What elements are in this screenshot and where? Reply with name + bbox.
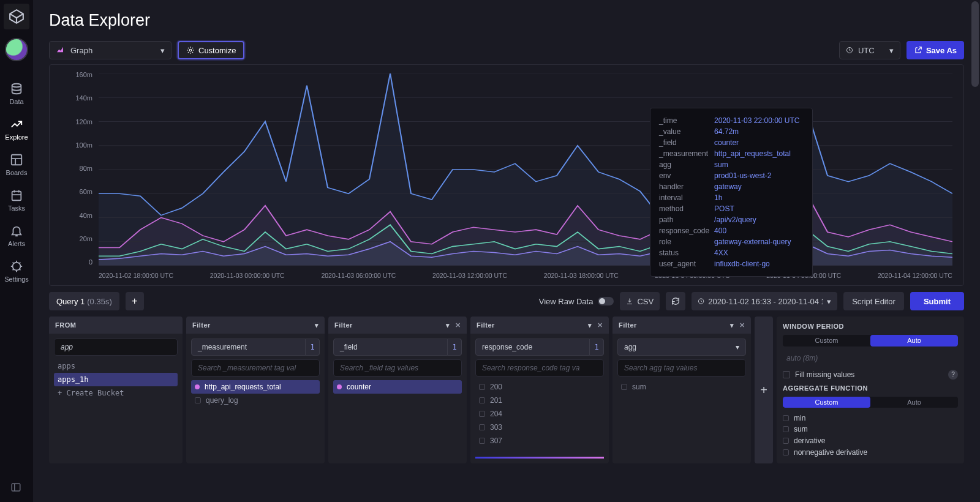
y-tick: 140m [75, 94, 92, 102]
caret-down-icon[interactable]: ▾ [446, 321, 450, 329]
avatar[interactable] [5, 38, 28, 61]
agg-function-item[interactable]: sum [783, 424, 958, 435]
caret-down-icon[interactable]: ▾ [588, 321, 592, 329]
tag-value-label: 200 [490, 383, 502, 391]
tag-value-label: http_api_requests_total [205, 383, 281, 391]
bucket-search-input[interactable] [54, 339, 178, 356]
seg-auto[interactable]: Auto [870, 397, 958, 408]
tooltip-key: user_agent [659, 259, 713, 269]
tag-search-input[interactable] [191, 359, 320, 376]
tag-search-input[interactable] [617, 359, 746, 376]
close-filter-icon[interactable]: ✕ [739, 321, 745, 329]
checkbox-icon [195, 397, 201, 403]
filter-panel: Filter▾✕agg▾sum [612, 317, 751, 463]
filter-title: Filter [619, 321, 637, 329]
seg-custom[interactable]: Custom [783, 397, 870, 408]
svg-point-5 [189, 49, 192, 51]
selected-dot-icon [337, 384, 342, 389]
close-filter-icon[interactable]: ✕ [597, 321, 603, 329]
clock-icon [846, 47, 853, 54]
submit-button[interactable]: Submit [910, 292, 964, 310]
caret-down-icon[interactable]: ▾ [730, 321, 734, 329]
tag-value-item[interactable]: 200 [475, 380, 604, 394]
customize-button[interactable]: Customize [178, 41, 244, 59]
tag-value-item[interactable]: sum [617, 380, 746, 394]
toggle-switch[interactable] [598, 297, 614, 305]
refresh-button[interactable] [666, 292, 685, 310]
caret-down-icon[interactable]: ▾ [315, 321, 319, 329]
svg-rect-4 [12, 484, 20, 491]
bucket-item[interactable]: apps [54, 359, 178, 373]
tag-value-item[interactable]: query_log [191, 394, 320, 407]
tag-count: 1 [305, 339, 320, 356]
tag-search-input[interactable] [475, 359, 604, 376]
add-query-button[interactable]: + [126, 292, 144, 310]
agg-function-item[interactable]: derivative [783, 436, 958, 446]
save-as-button[interactable]: Save As [907, 41, 964, 59]
tag-value-label: 303 [490, 423, 502, 432]
tag-key-dropdown[interactable]: _field▾1 [333, 339, 462, 356]
nav-settings[interactable]: Settings [0, 253, 33, 289]
agg-segment[interactable]: CustomAuto [783, 397, 958, 408]
sidebar-collapse-icon[interactable] [7, 479, 24, 496]
nav-alerts[interactable]: Alerts [0, 218, 33, 253]
help-icon[interactable]: ? [948, 370, 958, 380]
tag-value-item[interactable]: 307 [475, 434, 604, 448]
graph-type-dropdown[interactable]: Graph ▾ [49, 41, 172, 59]
nav-boards[interactable]: Boards [0, 147, 33, 182]
tag-value-item[interactable]: counter [333, 380, 462, 394]
checkbox-icon [783, 426, 789, 432]
caret-down-icon: ▾ [160, 46, 165, 55]
tooltip-value: http_api_requests_total [714, 149, 803, 159]
tag-value-item[interactable]: 201 [475, 394, 604, 407]
tooltip-key: interval [659, 193, 713, 203]
view-raw-toggle[interactable]: View Raw Data [539, 297, 614, 306]
tooltip-value: gateway [714, 182, 803, 192]
timezone-dropdown[interactable]: UTC ▾ [839, 41, 900, 59]
submit-label: Submit [924, 297, 951, 306]
tz-label: UTC [858, 46, 875, 55]
save-as-label: Save As [926, 46, 957, 55]
filter-header: Filter▾✕ [328, 317, 467, 334]
app-logo[interactable] [4, 4, 29, 29]
tooltip-key: _measurement [659, 149, 713, 159]
nav-data[interactable]: Data [0, 76, 33, 111]
add-filter-button[interactable]: + [755, 317, 773, 463]
tag-value-item[interactable]: http_api_requests_total [191, 380, 320, 394]
tooltip-value: prod01-us-west-2 [714, 171, 803, 181]
tooltip-value: 1h [714, 193, 803, 203]
nav-explore[interactable]: Explore [0, 111, 33, 147]
tag-search-input[interactable] [333, 359, 462, 376]
tag-key-dropdown[interactable]: agg▾ [617, 339, 746, 356]
scrollbar[interactable] [970, 0, 980, 502]
agg-function-label: sum [794, 425, 808, 433]
tooltip-key: _time [659, 116, 713, 126]
seg-auto[interactable]: Auto [870, 335, 958, 347]
x-tick: 2020-11-02 18:00:00 UTC [99, 272, 173, 279]
create-bucket-button[interactable]: + Create Bucket [54, 386, 178, 400]
tag-value-item[interactable]: 204 [475, 407, 604, 421]
fill-missing-row[interactable]: Fill missing values? [783, 370, 958, 380]
agg-function-item[interactable]: nonnegative derivative [783, 447, 958, 457]
filter-title: Filter [334, 321, 353, 329]
time-range-dropdown[interactable]: 2020-11-02 16:33 - 2020-11-04 1... ▾ [692, 292, 837, 310]
checkbox-icon [479, 384, 485, 390]
window-period-segment[interactable]: CustomAuto [783, 335, 958, 347]
tooltip-value: POST [714, 204, 803, 214]
close-filter-icon[interactable]: ✕ [455, 321, 461, 329]
tag-value-item[interactable]: 303 [475, 421, 604, 434]
tooltip-key: _field [659, 138, 713, 148]
csv-button[interactable]: CSV [620, 292, 660, 310]
tag-key-dropdown[interactable]: response_code▾1 [475, 339, 604, 356]
chart-tooltip: _time2020-11-03 22:00:00 UTC_value64.72m… [650, 108, 813, 277]
nav-label: Alerts [8, 240, 25, 247]
checkbox-icon [479, 397, 485, 403]
bucket-item[interactable]: apps_1h [54, 373, 178, 386]
script-editor-button[interactable]: Script Editor [843, 292, 904, 310]
nav-tasks[interactable]: Tasks [0, 182, 33, 218]
query-tab[interactable]: Query 1 (0.35s) [49, 292, 119, 310]
agg-function-item[interactable]: min [783, 413, 958, 423]
seg-custom[interactable]: Custom [783, 335, 870, 347]
x-tick: 2020-11-03 00:00:00 UTC [210, 272, 285, 279]
tag-key-dropdown[interactable]: _measurement▾1 [191, 339, 320, 356]
